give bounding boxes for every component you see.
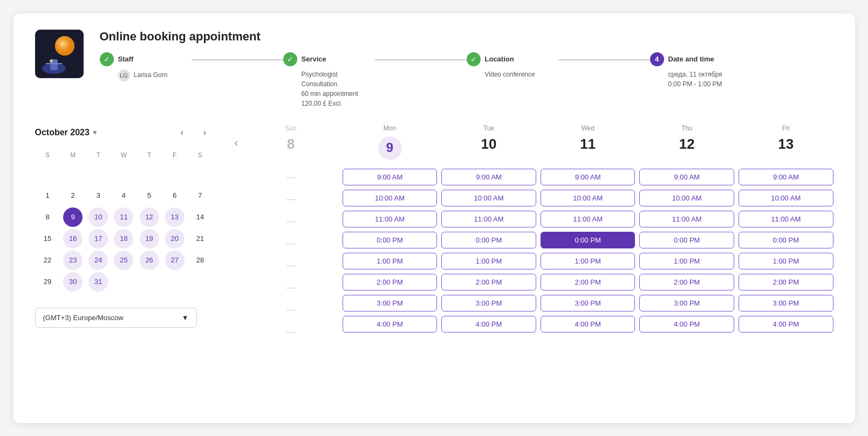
time-slot-button[interactable]: 4:00 PM: [541, 316, 635, 333]
time-slot-button[interactable]: 2:00 PM: [739, 274, 833, 290]
week-col-header-thu: Thu12: [639, 124, 734, 160]
calendar-day[interactable]: 9: [63, 207, 83, 227]
calendar-day[interactable]: 11: [114, 207, 133, 227]
calendar-day[interactable]: 29: [38, 272, 57, 292]
step-location-label: Location: [485, 55, 514, 63]
time-slot-button[interactable]: 1:00 PM: [639, 253, 734, 269]
time-slot-button[interactable]: 10:00 AM: [541, 190, 635, 206]
time-slot-button[interactable]: 2:00 PM: [541, 274, 635, 290]
time-slot-button[interactable]: 0:00 PM: [343, 232, 438, 248]
time-slot-button[interactable]: 1:00 PM: [343, 253, 438, 269]
time-slot-button[interactable]: 0:00 PM: [441, 232, 536, 248]
calendar-day[interactable]: 7: [190, 186, 210, 205]
calendar-day[interactable]: 23: [63, 251, 83, 270]
cal-head-t1: T: [86, 149, 111, 161]
calendar-header: S M T W T F S: [35, 149, 213, 161]
calendar-day[interactable]: 27: [165, 251, 184, 270]
svg-point-6: [50, 59, 53, 63]
week-day-num[interactable]: 11: [580, 136, 596, 152]
slots-col-tue: 9:00 AM10:00 AM11:00 AM0:00 PM1:00 PM2:0…: [441, 169, 536, 341]
time-slot-button[interactable]: 1:00 PM: [541, 253, 635, 269]
time-slot-button[interactable]: 2:00 PM: [441, 274, 536, 290]
calendar-day[interactable]: 18: [114, 229, 133, 248]
week-col-header-sun: Sun8: [243, 124, 338, 160]
calendar-day[interactable]: 6: [165, 186, 184, 205]
calendar-day[interactable]: 3: [88, 186, 108, 205]
calendar-day[interactable]: 31: [88, 272, 108, 292]
calendar-day[interactable]: 12: [140, 207, 159, 227]
calendar-day[interactable]: 8: [38, 207, 57, 227]
timezone-label: (GMT+3) Europe/Moscow: [43, 314, 124, 322]
time-slot-button[interactable]: 4:00 PM: [441, 316, 536, 333]
slots-grid: ————————9:00 AM10:00 AM11:00 AM0:00 PM1:…: [243, 169, 833, 341]
time-slot-button[interactable]: 9:00 AM: [639, 169, 734, 185]
time-slot-button[interactable]: 9:00 AM: [343, 169, 438, 185]
calendar-day[interactable]: 28: [190, 251, 210, 270]
time-slot-button[interactable]: 0:00 PM: [639, 232, 734, 248]
calendar-day[interactable]: 22: [38, 251, 57, 270]
time-slot-button[interactable]: 4:00 PM: [639, 316, 734, 333]
week-day-num[interactable]: 9: [378, 136, 402, 160]
cal-head-s1: S: [35, 149, 60, 161]
calendar-day[interactable]: 10: [88, 207, 108, 227]
calendar-day[interactable]: 26: [140, 251, 159, 270]
time-slot-button[interactable]: 4:00 PM: [343, 316, 438, 333]
calendar-day[interactable]: 16: [63, 229, 83, 248]
calendar-day[interactable]: 5: [140, 186, 159, 205]
calendar-day[interactable]: 14: [190, 207, 210, 227]
cal-head-w: W: [111, 149, 136, 161]
header-content: Online booking appointment ✓ Staff LG La…: [100, 30, 833, 108]
time-slot-button[interactable]: 9:00 AM: [541, 169, 635, 185]
calendar-day[interactable]: 4: [114, 186, 133, 205]
time-slot-button[interactable]: 1:00 PM: [739, 253, 833, 269]
time-slot-button[interactable]: 3:00 PM: [639, 295, 734, 312]
time-slot-button[interactable]: 3:00 PM: [739, 295, 833, 312]
step-location: ✓ Location Video conference: [467, 52, 650, 79]
time-slot-button[interactable]: 3:00 PM: [541, 295, 635, 312]
time-slot-button[interactable]: 2:00 PM: [343, 274, 438, 290]
calendar-day[interactable]: 19: [140, 229, 159, 248]
time-slot-button[interactable]: 10:00 AM: [441, 190, 536, 206]
calendar-next-button[interactable]: ›: [197, 124, 213, 141]
time-slot-button[interactable]: 11:00 AM: [739, 211, 833, 227]
time-slot-button[interactable]: 1:00 PM: [441, 253, 536, 269]
calendar-day[interactable]: 15: [38, 229, 57, 248]
time-slot-button[interactable]: 11:00 AM: [639, 211, 734, 227]
time-slot-button[interactable]: 0:00 PM: [739, 232, 833, 248]
week-day-label: Fri: [782, 124, 790, 132]
cal-head-f: F: [162, 149, 187, 161]
slot-dash: —: [286, 257, 295, 275]
calendar-day[interactable]: 21: [190, 229, 210, 248]
week-day-num: 8: [287, 136, 295, 152]
calendar-day[interactable]: 17: [88, 229, 108, 248]
time-slot-button[interactable]: 4:00 PM: [739, 316, 833, 333]
time-slot-button[interactable]: 3:00 PM: [441, 295, 536, 312]
calendar-prev-button[interactable]: ‹: [174, 124, 190, 141]
week-day-num[interactable]: 12: [679, 136, 695, 152]
calendar-day[interactable]: 20: [165, 229, 184, 248]
week-prev-button[interactable]: ‹: [229, 137, 244, 148]
calendar-day[interactable]: 13: [165, 207, 184, 227]
calendar-day[interactable]: 24: [88, 251, 108, 270]
month-label[interactable]: October 2023 ▼: [35, 128, 98, 137]
time-slot-button[interactable]: 11:00 AM: [441, 211, 536, 227]
time-slot-button[interactable]: 9:00 AM: [739, 169, 833, 185]
calendar-day[interactable]: 30: [63, 272, 83, 292]
time-slot-button[interactable]: 2:00 PM: [639, 274, 734, 290]
timezone-selector[interactable]: (GMT+3) Europe/Moscow ▼: [35, 308, 197, 328]
calendar-day[interactable]: 2: [63, 186, 83, 205]
week-day-num[interactable]: 10: [481, 136, 497, 152]
time-slot-button[interactable]: 11:00 AM: [343, 211, 438, 227]
time-slot-button[interactable]: 0:00 PM: [541, 232, 635, 248]
time-slot-button[interactable]: 3:00 PM: [343, 295, 438, 312]
time-slot-button[interactable]: 10:00 AM: [739, 190, 833, 206]
time-slot-button[interactable]: 10:00 AM: [639, 190, 734, 206]
week-day-num[interactable]: 13: [778, 136, 794, 152]
time-slot-button[interactable]: 11:00 AM: [541, 211, 635, 227]
calendar-day[interactable]: 1: [38, 186, 57, 205]
time-slot-button[interactable]: 9:00 AM: [441, 169, 536, 185]
step-datetime: 4 Date and time среда, 11 октября 0:00 P…: [650, 52, 833, 89]
calendar-day[interactable]: 25: [114, 251, 133, 270]
week-col-header-tue: Tue10: [441, 124, 536, 160]
time-slot-button[interactable]: 10:00 AM: [343, 190, 438, 206]
